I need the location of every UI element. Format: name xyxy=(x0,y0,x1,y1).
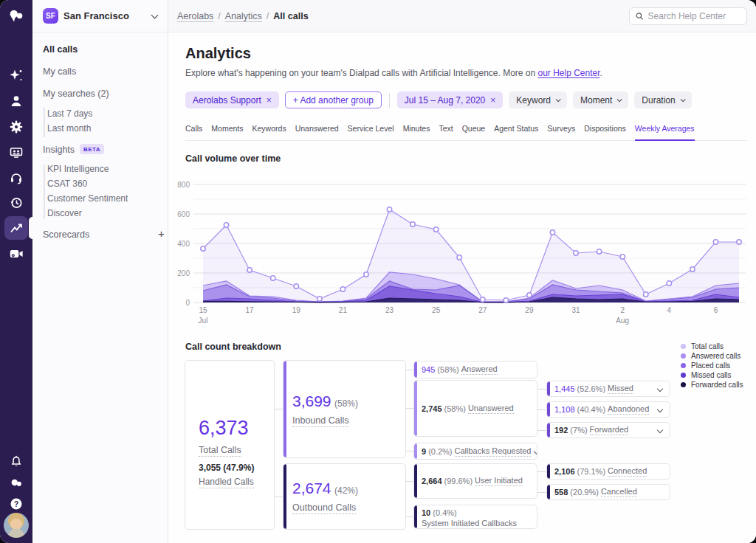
sidebar-item-my-searches[interactable]: My searches (2) xyxy=(43,89,109,99)
history-icon[interactable] xyxy=(7,194,25,212)
support-headset-icon[interactable] xyxy=(7,169,25,187)
expand-chevron-icon[interactable] xyxy=(657,427,663,433)
answered-label[interactable]: Answered xyxy=(461,364,498,375)
sidebar-item-kpi-intelligence[interactable]: KPI Intelligence xyxy=(47,164,109,174)
sidebar-item-my-calls[interactable]: My calls xyxy=(43,66,76,77)
add-scorecard-button[interactable]: + xyxy=(158,227,165,240)
tab-minutes[interactable]: Minutes xyxy=(403,124,430,140)
inbound-label[interactable]: Inbound Calls xyxy=(292,415,348,427)
tab-keywords[interactable]: Keywords xyxy=(252,124,286,140)
moment-filter[interactable]: Moment xyxy=(573,91,628,108)
connector-line xyxy=(537,471,546,472)
remove-filter-icon[interactable]: × xyxy=(267,95,272,106)
keyword-filter[interactable]: Keyword xyxy=(509,91,567,108)
svg-text:23: 23 xyxy=(385,306,394,314)
settings-icon[interactable] xyxy=(7,118,25,136)
tab-surveys[interactable]: Surveys xyxy=(547,124,575,140)
connector-line xyxy=(537,430,546,431)
help-center-link[interactable]: our Help Center xyxy=(538,68,600,78)
svg-text:800: 800 xyxy=(177,181,190,189)
sidebar-item-all-calls[interactable]: All calls xyxy=(43,44,78,55)
expand-chevron-icon[interactable] xyxy=(657,407,663,412)
total-calls-label[interactable]: Total Calls xyxy=(199,445,241,457)
svg-text:25: 25 xyxy=(432,306,441,314)
meetings-icon[interactable] xyxy=(7,144,25,162)
connected-label[interactable]: Connected xyxy=(608,466,647,477)
ai-sparkles-icon[interactable] xyxy=(7,67,25,85)
breadcrumb-analytics[interactable]: Analytics xyxy=(225,11,262,21)
tab-queue[interactable]: Queue xyxy=(462,124,486,140)
tab-calls[interactable]: Calls xyxy=(185,124,202,140)
tab-weekly-averages[interactable]: Weekly Averages xyxy=(635,124,695,141)
main-content: Analytics Explore what's happening on yo… xyxy=(168,32,756,543)
dialpad-logo-icon[interactable] xyxy=(7,7,25,25)
abandoned-label[interactable]: Abandoned xyxy=(608,404,649,415)
cancelled-box: 558(20.9%)Cancelled xyxy=(546,484,670,500)
svg-text:2: 2 xyxy=(620,306,625,314)
svg-text:17: 17 xyxy=(246,306,255,314)
tab-dispositions[interactable]: Dispositions xyxy=(584,124,626,140)
tab-text[interactable]: Text xyxy=(439,124,453,140)
office-selector[interactable]: SF San Francisco xyxy=(32,0,168,32)
app-rail: ? xyxy=(0,0,32,543)
svg-text:Aug: Aug xyxy=(616,317,629,325)
breadcrumb-current: All calls xyxy=(273,11,308,21)
call-count-breakdown: 6,373 Total Calls 3,055 (47.9%) Handled … xyxy=(185,356,731,537)
sidebar-item-customer-sentiment[interactable]: Customer Sentiment xyxy=(47,193,128,204)
system-initiated-label[interactable]: System Initiated Callbacks xyxy=(422,519,517,529)
duration-filter[interactable]: Duration xyxy=(634,91,691,108)
sidebar-item-csat-360[interactable]: CSAT 360 xyxy=(47,179,87,189)
sidebar-item-last-7-days[interactable]: Last 7 days xyxy=(47,108,92,119)
notifications-icon[interactable] xyxy=(7,453,25,471)
tab-moments[interactable]: Moments xyxy=(211,124,243,140)
remove-filter-icon[interactable]: × xyxy=(490,95,495,106)
user-initiated-label[interactable]: User Initiated xyxy=(475,476,523,486)
missed-label[interactable]: Missed xyxy=(608,384,633,394)
tab-service-level[interactable]: Service Level xyxy=(348,124,394,140)
date-filter-chip[interactable]: Jul 15 – Aug 7, 2020× xyxy=(397,91,503,108)
svg-text:27: 27 xyxy=(478,306,487,314)
outbound-label[interactable]: Outbound Calls xyxy=(292,502,356,514)
unanswered-label[interactable]: Unanswered xyxy=(468,404,514,414)
group-filter-chip[interactable]: Aerolabs Support× xyxy=(185,91,279,108)
help-icon[interactable]: ? xyxy=(7,495,25,513)
user-initiated-box: 2,664(99.6%)User Initiated xyxy=(413,463,537,499)
tab-agent-status[interactable]: Agent Status xyxy=(494,124,538,140)
svg-text:29: 29 xyxy=(525,306,534,314)
legend-item-total[interactable]: Total calls xyxy=(681,342,743,351)
connected-box: 2,106(79.1%)Connected xyxy=(546,463,670,480)
page-title: Analytics xyxy=(185,45,251,62)
analytics-icon[interactable] xyxy=(7,219,25,237)
analytics-tabs: Calls Moments Keywords Unanswered Servic… xyxy=(185,124,747,141)
expand-chevron-icon[interactable] xyxy=(657,386,663,392)
sidebar-item-insights[interactable]: InsightsBETA xyxy=(43,144,104,155)
connector-line xyxy=(406,370,413,370)
connector-line xyxy=(406,451,413,452)
forwarded-label[interactable]: Forwarded xyxy=(590,425,629,435)
help-search[interactable] xyxy=(629,7,747,25)
page-subtitle: Explore what's happening on your team's … xyxy=(185,68,602,78)
expand-chevron-icon[interactable] xyxy=(534,448,537,454)
user-avatar[interactable] xyxy=(4,513,29,538)
svg-text:19: 19 xyxy=(292,306,301,314)
video-settings-icon[interactable] xyxy=(7,245,25,263)
beta-badge: BETA xyxy=(80,144,104,154)
sidebar-item-discover[interactable]: Discover xyxy=(47,208,82,218)
contacts-icon[interactable] xyxy=(7,92,25,110)
connector-line xyxy=(406,516,413,517)
sidebar-item-scorecards[interactable]: Scorecards xyxy=(43,229,89,240)
handled-calls-label[interactable]: Handled Calls xyxy=(199,477,254,488)
callbacks-label[interactable]: Callbacks Requested xyxy=(455,446,532,457)
inbound-value: 3,699 xyxy=(292,392,331,409)
tab-unanswered[interactable]: Unanswered xyxy=(295,124,339,140)
sidebar-item-last-month[interactable]: Last month xyxy=(47,123,91,134)
breadcrumb-aerolabs[interactable]: Aerolabs xyxy=(177,11,213,21)
connector-line xyxy=(406,408,413,409)
cancelled-label[interactable]: Cancelled xyxy=(601,487,637,497)
svg-text:15: 15 xyxy=(199,306,207,314)
search-input[interactable] xyxy=(648,11,740,21)
svg-text:0: 0 xyxy=(185,299,190,307)
messages-icon[interactable] xyxy=(7,474,25,492)
add-group-button[interactable]: + Add another group xyxy=(285,91,382,108)
chevron-down-icon xyxy=(556,97,561,102)
